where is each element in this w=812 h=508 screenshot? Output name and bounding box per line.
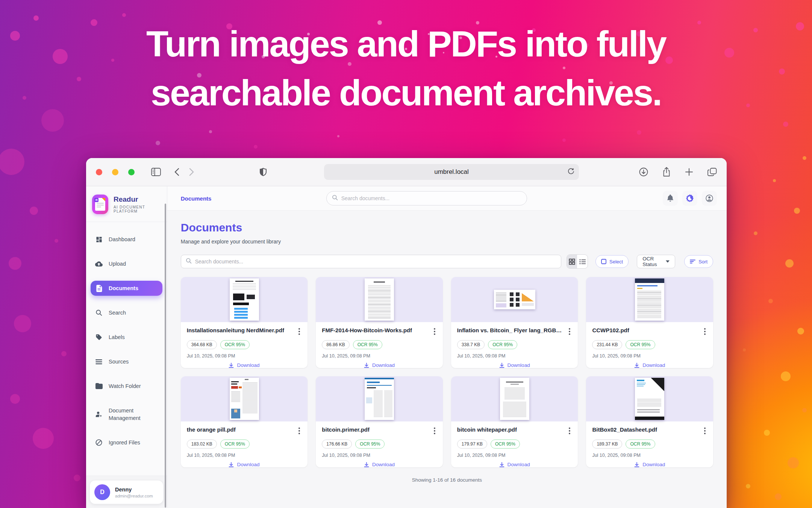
share-icon[interactable]: [662, 167, 671, 177]
document-card[interactable]: bitcoin.primer.pdf 176.66 KB OCR 95% Jul…: [316, 376, 443, 467]
sidebar-item-upload[interactable]: Upload: [91, 256, 162, 271]
download-link[interactable]: Download: [592, 362, 707, 368]
page-subtitle: Manage and explore your document library: [181, 239, 713, 245]
download-link[interactable]: Download: [322, 362, 437, 368]
user-card[interactable]: D Denny admin@readur.com: [90, 481, 163, 504]
brand-name: Readur: [114, 195, 161, 204]
download-link[interactable]: Download: [187, 462, 302, 467]
global-search[interactable]: [326, 191, 527, 205]
document-thumbnail: [230, 278, 259, 321]
grid-view-button[interactable]: [567, 255, 577, 268]
document-date: Jul 10, 2025, 09:08 PM: [187, 353, 302, 359]
sort-button[interactable]: Sort: [684, 255, 713, 268]
document-date: Jul 10, 2025, 09:08 PM: [592, 453, 707, 458]
background-dot: [794, 208, 800, 214]
document-search[interactable]: [181, 255, 561, 268]
search-icon: [332, 195, 338, 202]
more-options-button[interactable]: [297, 426, 301, 435]
document-thumbnail-area: [181, 376, 308, 421]
document-card[interactable]: CCWP102.pdf 231.44 KB OCR 95% Jul 10, 20…: [586, 277, 713, 368]
download-label: Download: [508, 362, 530, 368]
list-view-button[interactable]: [577, 255, 588, 268]
background-dot: [61, 351, 67, 356]
more-options-button[interactable]: [567, 426, 572, 435]
tab-overview-icon[interactable]: [707, 167, 717, 176]
new-tab-icon[interactable]: [685, 168, 693, 176]
download-link[interactable]: Download: [457, 462, 572, 467]
document-name: bitcoin whitepaper.pdf: [457, 426, 517, 433]
download-icon: [634, 462, 639, 467]
global-search-input[interactable]: [341, 195, 521, 201]
window-zoom-button[interactable]: [128, 169, 135, 175]
hero-line-1: Turn images and PDFs into fully: [0, 20, 812, 68]
reload-icon[interactable]: [568, 168, 574, 176]
address-bar[interactable]: umbrel.local: [324, 164, 579, 180]
downloads-icon[interactable]: [639, 167, 648, 176]
document-card[interactable]: the orange pill.pdf 183.02 KB OCR 95% Ju…: [181, 376, 308, 467]
more-options-button[interactable]: [297, 327, 301, 336]
sort-icon: [690, 259, 695, 264]
sidebar-item-labels[interactable]: Labels: [91, 330, 162, 345]
background-dot: [764, 430, 770, 436]
ocr-status-badge: OCR 95%: [491, 440, 520, 449]
document-thumbnail: [494, 290, 535, 309]
document-card[interactable]: FMF-2014-How-Bitcoin-Works.pdf 86.86 KB …: [316, 277, 443, 368]
watch-folder-icon: [95, 382, 103, 390]
window-close-button[interactable]: [96, 169, 102, 175]
file-size-badge: 86.86 KB: [322, 340, 349, 349]
download-icon: [499, 462, 504, 467]
search-icon: [95, 309, 103, 316]
background-dot: [33, 428, 54, 449]
background-dot: [788, 457, 799, 468]
document-card[interactable]: bitcoin whitepaper.pdf 179.97 KB OCR 95%…: [451, 376, 578, 467]
sidebar-item-ignored-files[interactable]: Ignored Files: [91, 435, 162, 450]
document-card[interactable]: BitBox02_Datasheet.pdf 189.37 KB OCR 95%…: [586, 376, 713, 467]
more-options-button[interactable]: [432, 426, 437, 435]
sidebar-item-sources[interactable]: Sources: [91, 354, 162, 369]
document-thumbnail: [635, 278, 664, 321]
background-dot: [754, 231, 757, 235]
more-options-button[interactable]: [703, 327, 707, 336]
sidebar-item-documents[interactable]: Documents: [91, 281, 162, 296]
file-size-badge: 338.7 KB: [457, 340, 485, 349]
document-date: Jul 10, 2025, 09:08 PM: [322, 453, 437, 458]
download-link[interactable]: Download: [592, 462, 707, 467]
download-label: Download: [508, 462, 530, 467]
document-card[interactable]: Installationsanleitung NerdMiner.pdf 364…: [181, 277, 308, 368]
sidebar-item-dashboard[interactable]: Dashboard: [91, 232, 162, 247]
theme-toggle-button[interactable]: [682, 191, 697, 206]
background-dot: [562, 138, 566, 142]
sidebar-toggle-icon[interactable]: [151, 168, 161, 176]
document-thumbnail-area: [451, 277, 578, 322]
sidebar-item-document-management[interactable]: Document Management: [91, 403, 162, 426]
sidebar-scrollbar[interactable]: [165, 204, 166, 508]
notifications-button[interactable]: [663, 191, 678, 206]
sidebar-item-watch-folder[interactable]: Watch Folder: [91, 379, 162, 394]
back-button[interactable]: [174, 168, 179, 176]
more-options-button[interactable]: [567, 327, 572, 336]
more-options-button[interactable]: [432, 327, 437, 336]
document-date: Jul 10, 2025, 09:08 PM: [457, 353, 572, 359]
document-card[interactable]: Inflation vs. Bitcoin_ Flyer lang_RGB.pd…: [451, 277, 578, 368]
download-link[interactable]: Download: [322, 462, 437, 467]
background-dot: [0, 149, 24, 175]
file-size-badge: 231.44 KB: [592, 340, 622, 349]
window-minimize-button[interactable]: [112, 169, 118, 175]
privacy-shield-icon[interactable]: [259, 167, 267, 176]
ocr-status-filter[interactable]: OCR Status: [637, 255, 675, 268]
document-search-input[interactable]: [195, 259, 556, 265]
ocr-status-badge: OCR 95%: [353, 340, 382, 349]
document-thumbnail: [500, 378, 529, 420]
account-button[interactable]: [702, 191, 717, 206]
controls-row: Select OCR Status Sort: [181, 254, 713, 269]
brand: R Readur AI DOCUMENT PLATFORM: [86, 186, 167, 222]
sidebar-item-search[interactable]: Search: [91, 305, 162, 320]
download-link[interactable]: Download: [187, 362, 302, 368]
download-icon: [634, 363, 639, 368]
more-options-button[interactable]: [703, 426, 707, 435]
background-dot: [802, 408, 807, 412]
forward-button[interactable]: [189, 168, 194, 176]
download-link[interactable]: Download: [457, 362, 572, 368]
select-button[interactable]: Select: [595, 255, 629, 268]
breadcrumb[interactable]: Documents: [181, 195, 212, 202]
